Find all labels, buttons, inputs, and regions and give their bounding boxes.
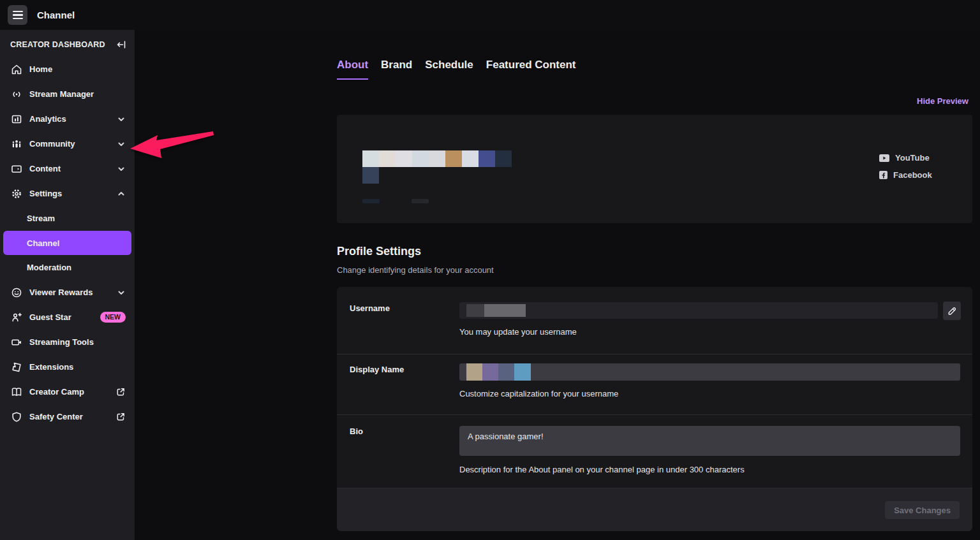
- preview-placeholder-bar: [362, 199, 380, 203]
- new-badge: NEW: [100, 312, 126, 323]
- sidebar-item-label: Channel: [27, 238, 122, 248]
- chevron-down-icon: [117, 140, 126, 149]
- sidebar-item-stream-manager[interactable]: Stream Manager: [0, 82, 135, 106]
- username-redaction-block: [466, 304, 484, 317]
- hamburger-menu-button[interactable]: [8, 5, 27, 25]
- settings-tabs: About Brand Schedule Featured Content: [337, 59, 576, 80]
- banner-swatch: [429, 150, 445, 167]
- collapse-icon: [116, 40, 126, 50]
- person-plus-icon: [10, 311, 23, 324]
- sidebar-item-label: Streaming Tools: [29, 337, 126, 347]
- banner-swatch: [362, 167, 379, 184]
- sidebar-item-label: Creator Camp: [29, 387, 109, 397]
- sidebar-item-label: Content: [29, 164, 110, 173]
- app-window: Channel CREATOR DASHBOARD Home Stream Ma…: [0, 0, 980, 540]
- settings-subitems: Stream Channel Moderation: [0, 206, 135, 280]
- sidebar-item-label: Safety Center: [29, 412, 109, 421]
- sidebar-item-content[interactable]: Content: [0, 156, 135, 181]
- sidebar-item-moderation[interactable]: Moderation: [0, 255, 135, 280]
- profile-card-footer: Save Changes: [337, 488, 972, 531]
- social-label: YouTube: [895, 153, 930, 163]
- broadcast-icon: [10, 88, 23, 101]
- username-redaction-block: [484, 304, 526, 317]
- display-name-helper: Customize capitalization for your userna…: [459, 389, 618, 398]
- sidebar-item-stream[interactable]: Stream: [0, 206, 135, 231]
- tab-about[interactable]: About: [337, 59, 368, 80]
- display-name-redaction-block: [482, 363, 498, 381]
- sidebar-item-extensions[interactable]: Extensions: [0, 354, 135, 379]
- chevron-down-icon: [117, 288, 126, 297]
- sidebar-item-home[interactable]: Home: [0, 57, 135, 82]
- tab-featured-content[interactable]: Featured Content: [486, 59, 576, 80]
- profile-settings-title: Profile Settings: [337, 245, 421, 258]
- preview-placeholder-bar: [412, 199, 429, 203]
- sidebar-item-creator-camp[interactable]: Creator Camp: [0, 379, 135, 404]
- content-icon: [10, 163, 23, 175]
- profile-settings-subtitle: Change identifying details for your acco…: [337, 265, 494, 275]
- external-link-icon: [115, 412, 126, 422]
- topbar: Channel: [0, 0, 980, 30]
- display-name-redaction-block: [514, 363, 531, 381]
- smiley-icon: [10, 286, 23, 299]
- display-name-label: Display Name: [350, 365, 404, 374]
- tab-schedule[interactable]: Schedule: [425, 59, 473, 80]
- sidebar-item-label: Home: [29, 64, 126, 74]
- sidebar-item-settings[interactable]: Settings: [0, 181, 135, 206]
- edit-username-button[interactable]: [943, 302, 961, 320]
- home-icon: [10, 63, 23, 76]
- external-link-icon: [115, 387, 126, 397]
- sidebar-item-label: Guest Star: [29, 312, 94, 322]
- community-icon: [10, 138, 23, 150]
- facebook-icon: [879, 171, 887, 179]
- profile-settings-card: Username You may update your username Di…: [337, 287, 972, 531]
- sidebar-item-viewer-rewards[interactable]: Viewer Rewards: [0, 280, 135, 305]
- puzzle-icon: [10, 361, 23, 374]
- banner-swatch: [445, 150, 462, 167]
- youtube-link[interactable]: YouTube: [879, 153, 932, 163]
- book-icon: [10, 386, 23, 398]
- username-input[interactable]: [459, 302, 938, 319]
- sidebar-item-streaming-tools[interactable]: Streaming Tools: [0, 330, 135, 354]
- camera-icon: [10, 336, 23, 349]
- preview-banner: [362, 150, 512, 167]
- bio-textarea[interactable]: A passionate gamer!: [459, 426, 960, 456]
- row-divider: [337, 354, 972, 354]
- row-divider: [337, 414, 972, 415]
- sidebar-item-community[interactable]: Community: [0, 131, 135, 156]
- banner-swatch: [479, 150, 495, 167]
- sidebar-item-label: Viewer Rewards: [29, 288, 110, 297]
- bio-helper: Description for the About panel on your …: [459, 465, 745, 474]
- sidebar-item-safety-center[interactable]: Safety Center: [0, 404, 135, 429]
- banner-swatch: [379, 150, 396, 167]
- sidebar-item-analytics[interactable]: Analytics: [0, 106, 135, 131]
- hide-preview-link[interactable]: Hide Preview: [917, 96, 969, 106]
- chevron-down-icon: [117, 115, 126, 124]
- username-helper: You may update your username: [459, 327, 577, 337]
- sidebar-header: CREATOR DASHBOARD: [0, 30, 135, 57]
- display-name-redaction-block: [498, 363, 514, 381]
- chevron-up-icon: [117, 189, 126, 198]
- display-name-input[interactable]: [459, 363, 960, 381]
- banner-swatch: [462, 150, 479, 167]
- shield-icon: [10, 411, 23, 423]
- bio-label: Bio: [350, 427, 363, 436]
- display-name-redaction-block: [466, 363, 482, 381]
- chevron-down-icon: [117, 164, 126, 173]
- pencil-icon: [947, 306, 957, 316]
- social-links: YouTube Facebook: [879, 153, 932, 180]
- sidebar-item-label: Settings: [29, 189, 110, 198]
- facebook-link[interactable]: Facebook: [879, 170, 932, 180]
- banner-swatch: [396, 150, 412, 167]
- tab-brand[interactable]: Brand: [381, 59, 412, 80]
- sidebar-nav: Home Stream Manager Analytics Community …: [0, 57, 135, 429]
- youtube-icon: [879, 154, 889, 162]
- banner-swatch: [412, 150, 429, 167]
- save-changes-button[interactable]: Save Changes: [885, 501, 960, 519]
- sidebar-item-label: Moderation: [27, 263, 126, 272]
- sidebar-item-channel[interactable]: Channel: [3, 231, 131, 255]
- sidebar-item-label: Extensions: [29, 362, 126, 372]
- username-label: Username: [350, 303, 390, 313]
- sidebar-item-label: Community: [29, 139, 110, 149]
- collapse-sidebar-button[interactable]: [116, 40, 126, 50]
- sidebar-item-guest-star[interactable]: Guest Star NEW: [0, 305, 135, 330]
